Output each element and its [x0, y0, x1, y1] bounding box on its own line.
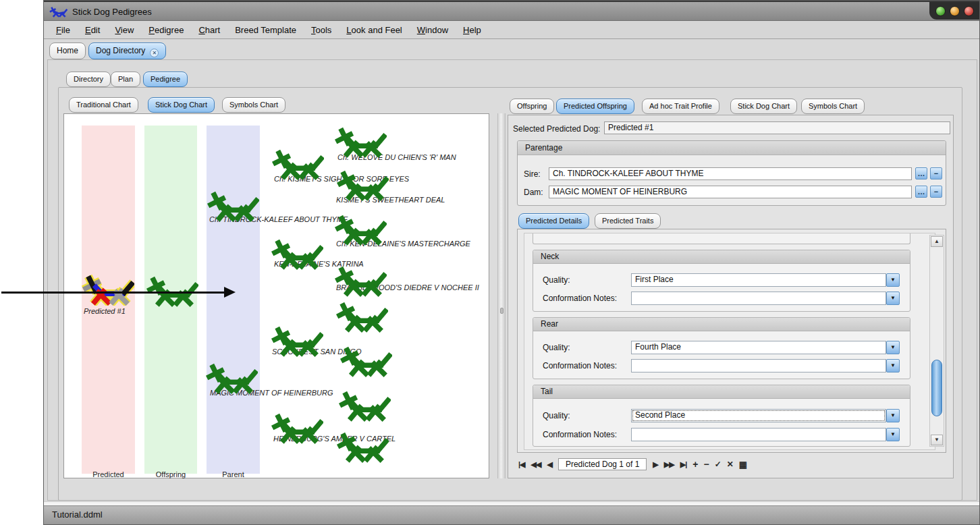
scroll-down-icon[interactable]: ▼ [931, 435, 943, 445]
grid-view-icon[interactable]: ▦ [739, 460, 746, 470]
menu-file[interactable]: File [51, 25, 76, 35]
cancel-record-icon[interactable]: ✕ [727, 460, 733, 469]
neck-notes-combo[interactable]: ▼ [631, 292, 900, 305]
tab-home[interactable]: Home [49, 43, 86, 59]
tail-quality-dropdown-icon[interactable]: ▼ [886, 409, 900, 422]
pedigree-dog[interactable] [146, 275, 198, 307]
menu-help[interactable]: Help [458, 25, 487, 35]
tab-directory[interactable]: Directory [66, 72, 111, 87]
commit-record-icon[interactable]: ✓ [715, 460, 721, 469]
pedigree-dog[interactable] [336, 431, 389, 463]
stick-dog-figure [334, 126, 387, 158]
tab-adhoc-trait-profile[interactable]: Ad hoc Trait Profile [642, 99, 719, 114]
menu-pedigree[interactable]: Pedigree [143, 25, 189, 35]
close-tab-icon[interactable]: ✕ [150, 49, 159, 57]
rear-notes-value [631, 359, 886, 372]
remove-record-icon[interactable]: − [703, 459, 708, 470]
menu-view[interactable]: View [109, 25, 139, 35]
pedigree-dog[interactable] [334, 213, 387, 246]
pedigree-dog[interactable] [271, 238, 323, 270]
dam-remove-button[interactable]: − [930, 186, 942, 198]
tab-symbols-chart[interactable]: Symbols Chart [222, 97, 285, 113]
tab-traditional-chart[interactable]: Traditional Chart [69, 97, 138, 113]
app-window: Stick Dog Pedigrees FileEditViewPedigree… [43, 0, 980, 525]
menu-tools[interactable]: Tools [306, 25, 337, 35]
tab-traditional-chart-label: Traditional Chart [76, 101, 131, 109]
rear-quality-combo[interactable]: Fourth Place ▼ [631, 341, 900, 354]
rear-section: Rear Quality: Fourth Place ▼ Conformatio… [533, 317, 910, 379]
details-scrollbar[interactable]: ▲ ▼ [929, 235, 944, 447]
pedigree-dog[interactable] [334, 265, 387, 297]
tab-predicted-details-label: Predicted Details [526, 217, 582, 225]
tab-stick-dog-chart[interactable]: Stick Dog Chart [148, 97, 215, 113]
sire-browse-button[interactable]: … [915, 167, 927, 179]
rewind-record-icon[interactable]: ◀◀ [531, 460, 541, 469]
pedigree-dog[interactable] [336, 169, 389, 201]
rear-notes-combo[interactable]: ▼ [631, 359, 900, 372]
dam-label: Dam: [524, 188, 543, 197]
pedigree-dog[interactable] [335, 300, 388, 333]
tab-predicted-traits[interactable]: Predicted Traits [595, 213, 661, 229]
menu-window[interactable]: Window [412, 25, 454, 35]
tail-quality-combo[interactable]: Second Place ▼ [631, 409, 900, 422]
neck-notes-value [631, 292, 886, 305]
offspring-column-label: Offspring [144, 470, 197, 478]
previous-record-icon[interactable]: ◀ [547, 460, 551, 469]
pedigree-dog[interactable] [338, 389, 391, 422]
tab-pedigree[interactable]: Pedigree [143, 72, 188, 87]
predicted-column-label: Predicted [82, 470, 135, 478]
sire-field[interactable]: Ch. TINDROCK-KALEEF ABOUT THYME [549, 167, 912, 180]
split-pane-divider[interactable] [497, 113, 506, 478]
record-navigator: |◀ ◀◀ ◀ Predicted Dog 1 of 1 ▶ ▶▶ ▶| + −… [518, 457, 746, 472]
tab-right-stick-dog-chart-label: Stick Dog Chart [738, 102, 790, 110]
pedigree-dog[interactable] [271, 325, 323, 357]
maximize-button[interactable] [950, 6, 960, 16]
tab-offspring[interactable]: Offspring [510, 99, 554, 114]
parent-column: Parent [207, 126, 260, 474]
stick-dog-figure [334, 265, 387, 297]
next-record-icon[interactable]: ▶ [653, 460, 657, 469]
menu-chart[interactable]: Chart [193, 25, 225, 35]
pedigree-dog[interactable] [207, 190, 259, 222]
tab-right-stick-dog-chart[interactable]: Stick Dog Chart [730, 99, 797, 114]
minimize-button[interactable] [935, 6, 946, 16]
menu-look-and-feel[interactable]: Look and Feel [341, 25, 407, 35]
window-title: Stick Dog Pedigrees [72, 7, 152, 17]
tail-notes-label: Conformation Notes: [543, 430, 617, 439]
scroll-up-icon[interactable]: ▲ [931, 236, 943, 247]
fast-forward-record-icon[interactable]: ▶▶ [664, 460, 674, 469]
pedigree-dog[interactable] [334, 126, 387, 158]
tab-predicted-offspring[interactable]: Predicted Offspring [556, 99, 634, 114]
rear-quality-dropdown-icon[interactable]: ▼ [886, 341, 900, 354]
last-record-icon[interactable]: ▶| [680, 460, 687, 469]
menu-edit[interactable]: Edit [80, 25, 105, 35]
title-bar[interactable]: Stick Dog Pedigrees [44, 1, 979, 21]
selected-predicted-dog-field[interactable]: Predicted #1 [604, 121, 950, 134]
add-record-icon[interactable]: + [692, 459, 697, 470]
tail-notes-dropdown-icon[interactable]: ▼ [886, 428, 900, 441]
tab-predicted-offspring-label: Predicted Offspring [564, 102, 627, 110]
tail-notes-combo[interactable]: ▼ [631, 428, 900, 441]
predicted-dog[interactable] [82, 273, 134, 306]
tab-plan[interactable]: Plan [111, 72, 140, 87]
dam-browse-button[interactable]: … [915, 186, 927, 198]
sire-remove-button[interactable]: − [930, 167, 942, 179]
pedigree-dog[interactable] [271, 412, 323, 444]
first-record-icon[interactable]: |◀ [518, 460, 525, 469]
rear-notes-dropdown-icon[interactable]: ▼ [886, 359, 900, 372]
stick-dog-chart-canvas[interactable]: Predicted Offspring Parent Predicted #1C… [63, 113, 489, 478]
neck-quality-dropdown-icon[interactable]: ▼ [886, 273, 900, 287]
close-button[interactable] [964, 6, 974, 16]
previous-section-partial [533, 233, 910, 244]
tab-dog-directory[interactable]: Dog Directory✕ [88, 43, 166, 59]
pedigree-dog[interactable] [271, 148, 324, 180]
pedigree-dog[interactable] [339, 345, 392, 377]
neck-notes-dropdown-icon[interactable]: ▼ [886, 292, 900, 305]
scrollbar-thumb[interactable] [931, 360, 942, 416]
tab-right-symbols-chart[interactable]: Symbols Chart [801, 99, 865, 114]
menu-breed-template[interactable]: Breed Template [229, 25, 302, 35]
neck-quality-combo[interactable]: First Place ▼ [631, 273, 900, 287]
dam-field[interactable]: MAGIC MOMENT OF HEINERBURG [549, 186, 912, 198]
tab-predicted-details[interactable]: Predicted Details [518, 213, 589, 229]
pedigree-dog[interactable] [205, 362, 258, 394]
